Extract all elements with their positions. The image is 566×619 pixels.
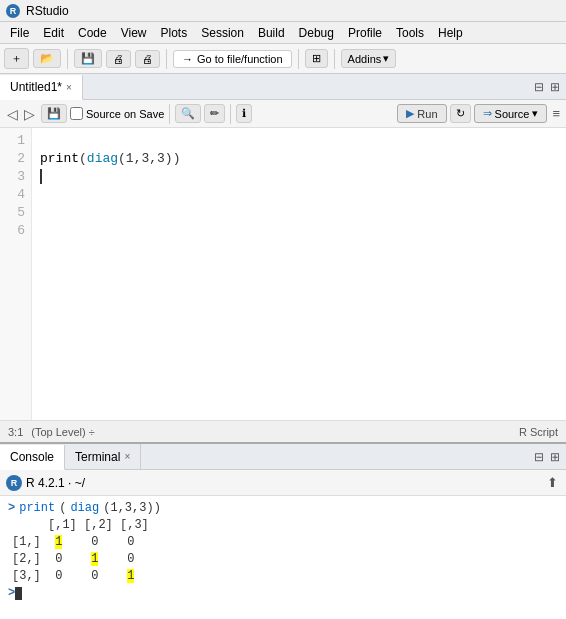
source-button[interactable]: ⇒ Source ▾ [474, 104, 548, 123]
console-tab-terminal[interactable]: Terminal × [65, 444, 141, 469]
menu-edit[interactable]: Edit [37, 24, 70, 42]
console-panel: Console Terminal × ⊟ ⊞ R R 4.2.1 · ~/ ⬆ … [0, 444, 566, 619]
console-output-row-2: [2,] 0 1 0 [8, 551, 558, 568]
menu-code[interactable]: Code [72, 24, 113, 42]
toolbar-separator-4 [334, 49, 335, 69]
code-area[interactable]: 1 2 3 4 5 6 print(diag(1,3,3)) [0, 128, 566, 420]
console-output-row-3: [3,] 0 0 1 [8, 568, 558, 585]
line-num-4: 4 [6, 186, 25, 204]
editor-save-btn[interactable]: 💾 [41, 104, 67, 123]
re-run-button[interactable]: ↻ [450, 104, 471, 123]
editor-forward-button[interactable]: ▷ [21, 106, 38, 122]
editor-wand-button[interactable]: ✏ [204, 104, 225, 123]
row3-label: [3,] 0 0 [12, 569, 127, 583]
editor-tabbar: Untitled1* × ⊟ ⊞ [0, 74, 566, 100]
code-line-2: print(diag(1,3,3)) [40, 150, 558, 168]
editor-sep-1 [169, 104, 170, 124]
console-tab-console[interactable]: Console [0, 445, 65, 470]
menu-tools[interactable]: Tools [390, 24, 430, 42]
top-level-indicator[interactable]: (Top Level) ÷ [31, 426, 95, 438]
console-diag-args: (1,3,3)) [103, 500, 161, 517]
output-header-text: [,1] [,2] [,3] [12, 518, 149, 532]
code-line-6 [40, 222, 558, 240]
console-maximize-button[interactable]: ⊞ [548, 450, 562, 464]
editor-back-button[interactable]: ◁ [4, 106, 21, 122]
save-all-button[interactable]: 🖨 [106, 50, 131, 68]
editor-statusbar: 3:1 (Top Level) ÷ R Script [0, 420, 566, 442]
editor-sep-2 [230, 104, 231, 124]
console-print-call: print [19, 500, 55, 517]
open-file-button[interactable]: 📂 [33, 49, 61, 68]
menu-view[interactable]: View [115, 24, 153, 42]
toolbar-separator-2 [166, 49, 167, 69]
row2-label: [2,] 0 [12, 552, 91, 566]
console-diag-call: ( [59, 500, 66, 517]
titlebar: R RStudio [0, 0, 566, 22]
code-line-5 [40, 204, 558, 222]
toolbar-separator-1 [67, 49, 68, 69]
menu-help[interactable]: Help [432, 24, 469, 42]
save-button[interactable]: 💾 [74, 49, 102, 68]
code-line-4 [40, 186, 558, 204]
menubar: File Edit Code View Plots Session Build … [0, 22, 566, 44]
editor-search-button[interactable]: 🔍 [175, 104, 201, 123]
editor-tab-untitled1[interactable]: Untitled1* × [0, 75, 83, 100]
run-button[interactable]: ▶ Run [397, 104, 446, 123]
terminal-tab-close[interactable]: × [124, 451, 130, 462]
console-prompt-line[interactable]: > [8, 585, 558, 602]
r-icon: R [6, 4, 20, 18]
console-output-row-1: [1,] 1 0 0 [8, 534, 558, 551]
console-clear-button[interactable]: ⬆ [545, 475, 560, 490]
script-type[interactable]: R Script [519, 426, 558, 438]
console-cursor [15, 587, 22, 600]
go-to-file-input[interactable]: Go to file/function [173, 50, 292, 68]
menu-profile[interactable]: Profile [342, 24, 388, 42]
r-version: R 4.2.1 · ~/ [26, 476, 85, 490]
editor-info-button[interactable]: ℹ [236, 104, 252, 123]
editor-maximize-button[interactable]: ⊞ [548, 80, 562, 94]
code-line-3 [40, 168, 558, 186]
terminal-tab-label: Terminal [75, 450, 120, 464]
cursor-position: 3:1 [8, 426, 23, 438]
console-minimize-button[interactable]: ⊟ [532, 450, 546, 464]
menu-file[interactable]: File [4, 24, 35, 42]
line-numbers: 1 2 3 4 5 6 [0, 128, 32, 420]
grid-button[interactable]: ⊞ [305, 49, 328, 68]
code-line-1 [40, 132, 558, 150]
editor-tab-label: Untitled1* [10, 80, 62, 94]
editor-tab-close[interactable]: × [66, 82, 72, 93]
source-on-save-label[interactable]: Source on Save [70, 107, 164, 120]
run-arrow-icon: ▶ [406, 107, 414, 120]
editor-toolbar-right: ▶ Run ↻ ⇒ Source ▾ ≡ [397, 104, 562, 123]
code-diag-args: (1,3,3)) [118, 151, 180, 166]
line-num-2: 2 [6, 150, 25, 168]
console-tabbar-right: ⊟ ⊞ [532, 444, 566, 469]
console-command-line: > print(diag(1,3,3)) [8, 500, 558, 517]
console-tabbar: Console Terminal × ⊟ ⊞ [0, 444, 566, 470]
console-input-prompt: > [8, 585, 15, 602]
row3-c3-highlight: 1 [127, 569, 134, 583]
editor-minimize-button[interactable]: ⊟ [532, 80, 546, 94]
toolbar-separator-3 [298, 49, 299, 69]
new-file-button[interactable]: ＋ [4, 48, 29, 69]
source-dropdown-icon: ▾ [532, 107, 538, 120]
source-on-save-checkbox[interactable] [70, 107, 83, 120]
app-title: RStudio [26, 4, 69, 18]
code-content[interactable]: print(diag(1,3,3)) [32, 128, 566, 420]
menu-session[interactable]: Session [195, 24, 250, 42]
editor-options-button[interactable]: ≡ [550, 106, 562, 121]
row2-c3: 0 [98, 552, 134, 566]
addins-button[interactable]: Addins ▾ [341, 49, 397, 68]
menu-plots[interactable]: Plots [155, 24, 194, 42]
console-r-badge: R [6, 475, 22, 491]
main-area: Untitled1* × ⊟ ⊞ ◁ ▷ 💾 Source on Save 🔍 … [0, 74, 566, 619]
print-button[interactable]: 🖨 [135, 50, 160, 68]
addins-dropdown-icon: ▾ [383, 52, 389, 65]
menu-debug[interactable]: Debug [293, 24, 340, 42]
console-output[interactable]: > print(diag(1,3,3)) [,1] [,2] [,3] [1,]… [0, 496, 566, 619]
source-arrow-icon: ⇒ [483, 107, 492, 120]
code-print-fn: print [40, 151, 79, 166]
console-tab-label: Console [10, 450, 54, 464]
console-toolbar: R R 4.2.1 · ~/ ⬆ [0, 470, 566, 496]
menu-build[interactable]: Build [252, 24, 291, 42]
